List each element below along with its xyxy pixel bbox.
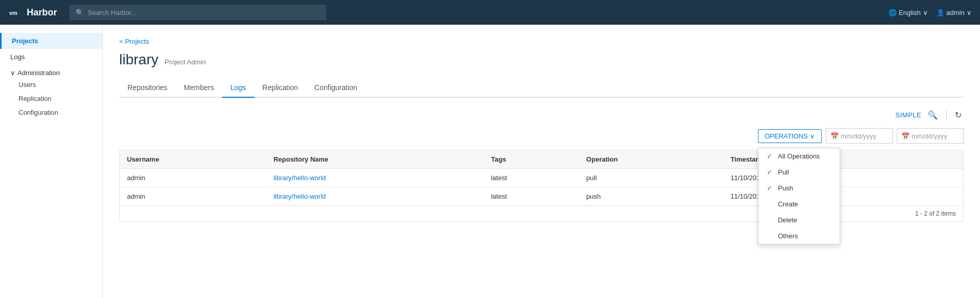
col-header-operation: Operation	[579, 150, 724, 169]
dropdown-item-delete[interactable]: Delete	[759, 212, 840, 228]
tab-repositories[interactable]: Repositories	[119, 78, 176, 98]
vm-logo-icon: vm	[8, 8, 23, 17]
date-to-placeholder: mm/dd/yyyy	[912, 132, 947, 140]
dropdown-item-create[interactable]: Create	[759, 196, 840, 212]
dropdown-item-others[interactable]: Others	[759, 228, 840, 244]
pagination-info: 1 - 2 of 2 items	[915, 210, 956, 217]
tab-replication[interactable]: Replication	[254, 78, 306, 98]
simple-button[interactable]: SIMPLE	[895, 111, 921, 119]
sidebar: Projects Logs ∨ Administration Users Rep…	[0, 25, 103, 298]
dropdown-item-push[interactable]: ✓ Push	[759, 180, 840, 196]
cell-tags: latest	[484, 169, 579, 187]
toolbar-divider	[946, 110, 947, 120]
filter-row: OPERATIONS ∨ ✓ All Operations ✓ Pull ✓	[119, 128, 964, 144]
dropdown-label-create: Create	[778, 200, 798, 208]
dropdown-label-delete: Delete	[778, 216, 798, 224]
user-menu[interactable]: 👤 admin ∨	[936, 9, 972, 16]
operations-button[interactable]: OPERATIONS ∨	[758, 129, 822, 143]
operations-label: OPERATIONS	[765, 132, 808, 140]
search-toolbar-icon[interactable]: 🔍	[926, 108, 940, 122]
operations-chevron-icon: ∨	[810, 132, 815, 140]
check-icon-all: ✓	[767, 152, 774, 160]
sidebar-item-users[interactable]: Users	[0, 78, 102, 92]
user-label: admin	[947, 9, 965, 16]
operations-dropdown: ✓ All Operations ✓ Pull ✓ Push Create	[758, 148, 840, 244]
search-bar[interactable]: 🔍	[69, 5, 326, 20]
tabs: Repositories Members Logs Replication Co…	[119, 78, 964, 98]
cell-operation: pull	[579, 169, 724, 187]
topnav: vm Harbor 🔍 🌐 English ∨ 👤 admin ∨	[0, 0, 980, 25]
globe-icon: 🌐	[889, 9, 897, 16]
page-title: library	[119, 51, 158, 68]
tab-logs[interactable]: Logs	[222, 78, 254, 98]
col-header-username: Username	[120, 150, 266, 169]
date-from-placeholder: mm/dd/yyyy	[841, 132, 876, 140]
operations-container: OPERATIONS ∨ ✓ All Operations ✓ Pull ✓	[758, 129, 822, 143]
sidebar-item-logs[interactable]: Logs	[0, 49, 102, 65]
main-content: < Projects library Project Admin Reposit…	[103, 25, 980, 298]
language-selector[interactable]: 🌐 English ∨	[889, 9, 928, 16]
cell-tags: latest	[484, 187, 579, 206]
cell-repository-name[interactable]: library/hello-world	[266, 169, 484, 187]
dropdown-label-all: All Operations	[778, 152, 820, 160]
cell-repository-name[interactable]: library/hello-world	[266, 187, 484, 206]
dropdown-label-push: Push	[778, 184, 793, 192]
topnav-right: 🌐 English ∨ 👤 admin ∨	[889, 9, 972, 16]
brand[interactable]: vm Harbor	[8, 7, 57, 18]
dropdown-label-pull: Pull	[778, 168, 789, 176]
chevron-down-icon: ∨	[10, 69, 15, 77]
cell-operation: push	[579, 187, 724, 206]
sidebar-item-replication[interactable]: Replication	[0, 92, 102, 106]
calendar-to-icon: 📅	[901, 132, 910, 140]
col-header-tags: Tags	[484, 150, 579, 169]
calendar-from-icon: 📅	[830, 132, 839, 140]
date-from-input[interactable]: 📅 mm/dd/yyyy	[826, 128, 893, 144]
dropdown-item-all-operations[interactable]: ✓ All Operations	[759, 148, 840, 164]
search-icon: 🔍	[76, 9, 84, 16]
app-name: Harbor	[27, 7, 57, 18]
date-to-input[interactable]: 📅 mm/dd/yyyy	[897, 128, 964, 144]
page-title-container: library Project Admin	[119, 51, 964, 68]
refresh-icon[interactable]: ↻	[953, 108, 964, 122]
tab-members[interactable]: Members	[176, 78, 222, 98]
check-icon-push: ✓	[767, 184, 774, 192]
dropdown-label-others: Others	[778, 232, 798, 240]
dropdown-item-pull[interactable]: ✓ Pull	[759, 164, 840, 180]
language-label: English	[899, 9, 921, 16]
back-link[interactable]: < Projects	[119, 38, 149, 45]
lang-chevron-icon: ∨	[923, 9, 928, 16]
user-icon: 👤	[936, 9, 945, 16]
sidebar-item-projects[interactable]: Projects	[0, 33, 102, 49]
toolbar: SIMPLE 🔍 ↻	[119, 108, 964, 122]
svg-text:vm: vm	[9, 10, 17, 16]
check-icon-pull: ✓	[767, 168, 774, 176]
search-input[interactable]	[88, 9, 320, 16]
user-chevron-icon: ∨	[967, 9, 972, 16]
col-header-repository-name: Repository Name	[266, 150, 484, 169]
cell-username: admin	[120, 169, 266, 187]
sidebar-section-administration[interactable]: ∨ Administration	[0, 65, 102, 78]
project-role-badge: Project Admin	[164, 58, 206, 66]
cell-username: admin	[120, 187, 266, 206]
sidebar-item-configuration[interactable]: Configuration	[0, 106, 102, 119]
tab-configuration[interactable]: Configuration	[306, 78, 365, 98]
